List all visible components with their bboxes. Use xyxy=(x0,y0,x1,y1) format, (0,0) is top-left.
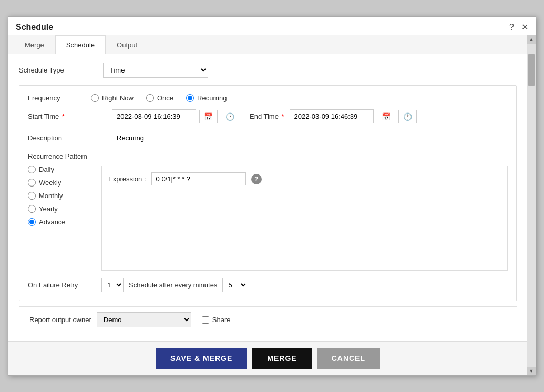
report-owner-label: Report output owner xyxy=(29,316,91,324)
form-body: Schedule Type Time Event Frequency xyxy=(8,54,527,341)
report-owner-select[interactable]: Demo Admin xyxy=(97,312,191,327)
scroll-thumb[interactable] xyxy=(528,54,535,86)
frequency-recurring-label: Recurring xyxy=(197,94,227,102)
report-owner-row: Report output owner Demo Admin Share xyxy=(19,306,517,333)
schedule-type-select[interactable]: Time Event xyxy=(103,63,208,78)
frequency-recurring-radio[interactable] xyxy=(186,94,194,102)
tab-output[interactable]: Output xyxy=(106,35,148,54)
recurrence-options: Daily Weekly Monthly xyxy=(28,166,96,271)
scroll-up-arrow[interactable]: ▲ xyxy=(527,35,536,44)
title-bar-actions: ? ✕ xyxy=(509,22,528,32)
expression-help-icon[interactable]: ? xyxy=(251,174,262,184)
tab-schedule[interactable]: Schedule xyxy=(55,35,106,54)
merge-button[interactable]: MERGE xyxy=(252,348,311,369)
share-checkbox[interactable] xyxy=(202,316,209,324)
schedule-inner-box: Frequency Right Now Once xyxy=(19,85,517,301)
scroll-down-arrow[interactable]: ▼ xyxy=(527,367,536,375)
recurrence-yearly-label: Yearly xyxy=(39,205,58,213)
save-merge-button[interactable]: SAVE & MERGE xyxy=(156,348,247,369)
recurrence-daily[interactable]: Daily xyxy=(28,166,96,173)
recurrence-advance[interactable]: Advance xyxy=(28,218,96,226)
schedule-dialog: Schedule ? ✕ Merge Schedule Output Sched… xyxy=(8,16,536,376)
on-failure-retry-label: On Failure Retry xyxy=(28,281,96,289)
close-icon[interactable]: ✕ xyxy=(521,22,528,32)
expression-input[interactable] xyxy=(151,172,246,185)
frequency-once[interactable]: Once xyxy=(146,94,173,102)
recurrence-yearly[interactable]: Yearly xyxy=(28,205,96,213)
start-time-calendar-btn[interactable]: 📅 xyxy=(199,110,218,123)
start-time-clock-btn[interactable]: 🕐 xyxy=(221,110,239,123)
recurrence-monthly[interactable]: Monthly xyxy=(28,192,96,200)
cancel-button[interactable]: CANCEL xyxy=(317,348,380,369)
frequency-radio-group: Right Now Once Recurring xyxy=(91,94,227,102)
expression-row: Expression : ? xyxy=(108,172,501,185)
recurrence-monthly-label: Monthly xyxy=(39,192,63,200)
recurrence-weekly-radio[interactable] xyxy=(28,179,36,187)
recurrence-monthly-radio[interactable] xyxy=(28,192,36,200)
start-time-group: 📅 🕐 xyxy=(112,109,239,123)
frequency-once-radio[interactable] xyxy=(146,94,154,102)
recurrence-weekly[interactable]: Weekly xyxy=(28,179,96,187)
recurrence-advance-radio[interactable] xyxy=(28,218,36,226)
frequency-right-now-label: Right Now xyxy=(102,94,134,102)
end-time-clock-btn[interactable]: 🕐 xyxy=(398,110,417,123)
content-area: Merge Schedule Output Schedule Type Time… xyxy=(8,35,527,375)
main-content: Merge Schedule Output Schedule Type Time… xyxy=(8,35,536,375)
start-time-input[interactable] xyxy=(112,109,196,123)
frequency-recurring[interactable]: Recurring xyxy=(186,94,227,102)
recurrence-body: Daily Weekly Monthly xyxy=(28,166,508,271)
tab-merge[interactable]: Merge xyxy=(14,35,55,54)
tabs: Merge Schedule Output xyxy=(8,35,527,54)
recurrence-daily-radio[interactable] xyxy=(28,166,36,173)
recurrence-weekly-label: Weekly xyxy=(39,179,61,187)
recurrence-daily-label: Daily xyxy=(39,166,54,173)
recurrence-section: Recurrence Pattern Daily Weekly xyxy=(28,152,508,271)
time-row: Start Time * 📅 🕐 End Time * 📅 xyxy=(28,109,508,123)
schedule-after-label: Schedule after every minutes xyxy=(129,281,217,289)
description-row: Description xyxy=(28,131,508,145)
on-failure-row: On Failure Retry 1 2 3 5 Schedule after … xyxy=(28,278,508,292)
frequency-label: Frequency xyxy=(28,94,80,102)
expression-box: Expression : ? xyxy=(101,166,508,271)
expression-label: Expression : xyxy=(108,175,146,183)
dialog-title: Schedule xyxy=(16,23,53,32)
recurrence-yearly-radio[interactable] xyxy=(28,205,36,213)
scrollbar[interactable]: ▲ ▼ xyxy=(527,35,536,375)
share-label: Share xyxy=(212,316,231,324)
start-time-required: * xyxy=(60,112,65,120)
end-time-group: 📅 🕐 xyxy=(290,109,417,123)
frequency-row: Frequency Right Now Once xyxy=(28,94,508,102)
share-group: Share xyxy=(202,316,231,324)
help-icon[interactable]: ? xyxy=(509,23,514,32)
schedule-type-row: Schedule Type Time Event xyxy=(19,63,517,78)
on-failure-retry-select[interactable]: 1 2 3 5 xyxy=(101,278,124,292)
description-label: Description xyxy=(28,134,107,142)
end-time-calendar-btn[interactable]: 📅 xyxy=(377,110,395,123)
description-input[interactable] xyxy=(112,131,385,145)
end-time-label: End Time * xyxy=(250,112,284,120)
schedule-after-select[interactable]: 5 10 15 30 xyxy=(222,278,248,292)
schedule-type-label: Schedule Type xyxy=(19,66,98,74)
frequency-right-now-radio[interactable] xyxy=(91,94,99,102)
footer-buttons: SAVE & MERGE MERGE CANCEL xyxy=(8,341,527,375)
end-time-input[interactable] xyxy=(290,109,374,123)
title-bar: Schedule ? ✕ xyxy=(8,17,536,35)
frequency-right-now[interactable]: Right Now xyxy=(91,94,134,102)
recurrence-advance-label: Advance xyxy=(39,218,66,226)
frequency-once-label: Once xyxy=(157,94,173,102)
start-time-label: Start Time * xyxy=(28,112,107,120)
recurrence-pattern-title: Recurrence Pattern xyxy=(28,152,508,160)
